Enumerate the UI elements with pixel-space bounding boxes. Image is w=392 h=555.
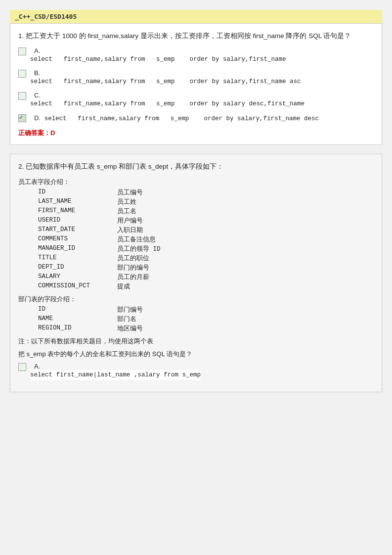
field-row-lastname: LAST_NAME 员工姓 — [38, 198, 374, 206]
option-d-checkbox[interactable] — [18, 114, 26, 122]
q2-number: 2. — [18, 163, 24, 170]
field-salary-desc: 员工的月薪 — [117, 273, 149, 281]
option-a-code: select first_name,salary from s_emp orde… — [30, 54, 286, 64]
q2-sub-question: 把 s_emp 表中的每个人的全名和工资列出来的 SQL 语句是？ — [18, 350, 374, 359]
q2-option-a-code: select first_name|last_name ,salary from… — [30, 370, 201, 380]
field-title-name: TITLE — [38, 254, 117, 263]
dept-field-name-name: NAME — [38, 315, 117, 324]
field-lastname-name: LAST_NAME — [38, 198, 117, 206]
field-salary-name: SALARY — [38, 273, 117, 281]
question-1-block: 1. 把工资大于 1000 的 first_name,salary 显示出来，按… — [10, 23, 382, 145]
option-b-row: B. select first_name,salary from s_emp o… — [18, 69, 374, 87]
option-c-content: C. select first_name,salary from s_emp o… — [30, 92, 305, 109]
section-header: _C++_CSD/ESD1405 — [10, 10, 382, 23]
option-d-row: D. select first_name,salary from s_emp o… — [18, 114, 374, 124]
q1-answer: 正确答案：D — [18, 129, 374, 138]
field-id-desc: 员工编号 — [117, 188, 143, 197]
q2-option-a-row: A. select first_name|last_name ,salary f… — [18, 363, 374, 380]
option-a-checkbox[interactable] — [18, 47, 26, 55]
q2-option-a-label: A. — [34, 363, 40, 370]
field-comments-name: COMMENTS — [38, 235, 117, 244]
field-managerid-desc: 员工的领导 ID — [117, 245, 161, 253]
field-userid-desc: 用户编号 — [117, 217, 143, 225]
field-deptid-desc: 部门的编号 — [117, 264, 149, 272]
emp-table-label: 员工表字段介绍： — [18, 178, 374, 186]
q1-number: 1. — [18, 32, 24, 40]
dept-field-row-regionid: REGION_ID 地区编号 — [38, 324, 374, 333]
dept-field-id-desc: 部门编号 — [117, 306, 143, 314]
field-managerid-name: MANAGER_ID — [38, 245, 117, 253]
field-firstname-desc: 员工名 — [117, 207, 136, 216]
dept-field-id-name: ID — [38, 306, 117, 314]
field-deptid-name: DEPT_ID — [38, 264, 117, 272]
option-c-code: select first_name,salary from s_emp orde… — [30, 99, 305, 109]
option-c-label: C. — [34, 92, 41, 99]
option-b-checkbox[interactable] — [18, 70, 26, 78]
q2-sub-text: 把 s_emp 表中的每个人的全名和工资列出来的 SQL 语句是？ — [18, 350, 192, 358]
q2-note: 注：以下所有数据库相关题目，均使用这两个表 — [18, 337, 374, 346]
dept-field-table: ID 部门编号 NAME 部门名 REGION_ID 地区编号 — [38, 306, 374, 333]
field-title-desc: 员工的职位 — [117, 254, 149, 263]
option-d-content: D. select first_name,salary from s_emp o… — [30, 114, 319, 124]
dept-field-regionid-desc: 地区编号 — [117, 324, 143, 333]
question-1-title: 1. 把工资大于 1000 的 first_name,salary 显示出来，按… — [18, 31, 374, 42]
emp-field-table: ID 员工编号 LAST_NAME 员工姓 FIRST_NAME 员工名 USE… — [38, 188, 374, 291]
field-row-title: TITLE 员工的职位 — [38, 254, 374, 263]
dept-field-regionid-name: REGION_ID — [38, 324, 117, 333]
q2-intro: 已知数据库中有员工表 s_emp 和部门表 s_dept，具体字段如下： — [26, 163, 223, 170]
field-row-firstname: FIRST_NAME 员工名 — [38, 207, 374, 216]
dept-field-row-name: NAME 部门名 — [38, 315, 374, 324]
field-row-salary: SALARY 员工的月薪 — [38, 273, 374, 281]
field-id-name: ID — [38, 188, 117, 197]
option-a-content: A. select first_name,salary from s_emp o… — [30, 47, 286, 64]
field-row-deptid: DEPT_ID 部门的编号 — [38, 264, 374, 272]
option-c-row: C. select first_name,salary from s_emp o… — [18, 92, 374, 109]
option-b-code: select first_name,salary from s_emp orde… — [30, 77, 301, 87]
dept-field-row-id: ID 部门编号 — [38, 306, 374, 314]
question-2-title: 2. 已知数据库中有员工表 s_emp 和部门表 s_dept，具体字段如下： — [18, 161, 374, 173]
field-row-commissionpct: COMMISSION_PCT 提成 — [38, 282, 374, 291]
field-row-managerid: MANAGER_ID 员工的领导 ID — [38, 245, 374, 253]
option-c-checkbox[interactable] — [18, 92, 26, 100]
field-userid-name: USERID — [38, 217, 117, 225]
option-d-label: D. — [34, 114, 41, 122]
field-commissionpct-desc: 提成 — [117, 282, 130, 291]
q2-note-text: 注：以下所有数据库相关题目，均使用这两个表 — [18, 337, 153, 345]
q2-option-a-content: A. select first_name|last_name ,salary f… — [30, 363, 201, 380]
dept-table-label: 部门表的字段介绍： — [18, 295, 374, 304]
field-comments-desc: 员工备注信息 — [117, 235, 156, 244]
field-row-userid: USERID 用户编号 — [38, 217, 374, 225]
field-row-startdate: START_DATE 入职日期 — [38, 226, 374, 234]
field-startdate-name: START_DATE — [38, 226, 117, 234]
option-b-label: B. — [34, 69, 40, 77]
q1-text: 把工资大于 1000 的 first_name,salary 显示出来，按工资排… — [26, 32, 351, 40]
header-title: _C++_CSD/ESD1405 — [15, 13, 77, 20]
question-2-block: 2. 已知数据库中有员工表 s_emp 和部门表 s_dept，具体字段如下： … — [10, 154, 382, 392]
field-commissionpct-name: COMMISSION_PCT — [38, 282, 117, 291]
dept-field-name-desc: 部门名 — [117, 315, 136, 324]
field-lastname-desc: 员工姓 — [117, 198, 136, 206]
q2-option-a-checkbox[interactable] — [18, 363, 26, 371]
field-row-id: ID 员工编号 — [38, 188, 374, 197]
field-startdate-desc: 入职日期 — [117, 226, 143, 234]
option-a-row: A. select first_name,salary from s_emp o… — [18, 47, 374, 64]
page-container: _C++_CSD/ESD1405 1. 把工资大于 1000 的 first_n… — [10, 10, 382, 392]
option-b-content: B. select first_name,salary from s_emp o… — [30, 69, 301, 87]
option-a-label: A. — [34, 47, 40, 54]
field-row-comments: COMMENTS 员工备注信息 — [38, 235, 374, 244]
field-firstname-name: FIRST_NAME — [38, 207, 117, 216]
option-d-code: select first_name,salary from s_emp orde… — [44, 115, 319, 122]
